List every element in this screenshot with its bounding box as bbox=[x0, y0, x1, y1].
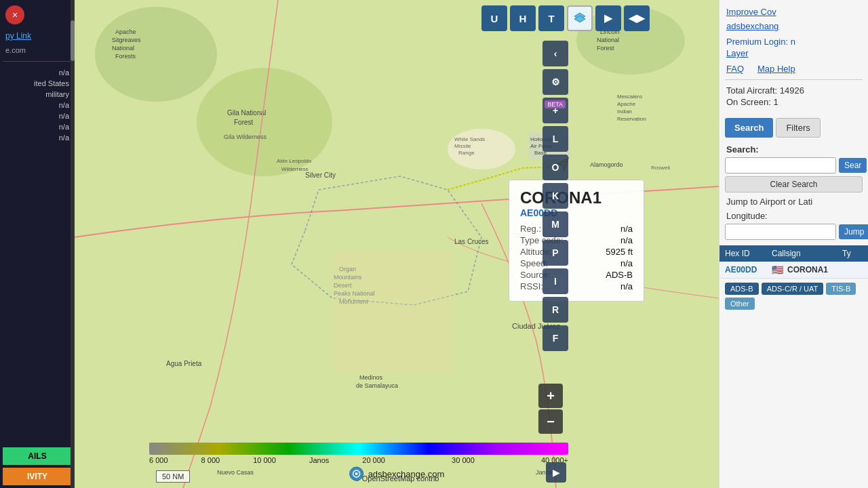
svg-text:Organ: Organ bbox=[339, 266, 356, 272]
svg-text:Monument: Monument bbox=[339, 298, 368, 305]
th-callsign: Callsign bbox=[772, 249, 840, 258]
adsbexchange-link[interactable]: adsbexchang bbox=[719, 20, 868, 35]
jump-input[interactable] bbox=[725, 224, 836, 240]
popup-hex: AE00DD bbox=[520, 207, 633, 218]
type-value: n/a bbox=[620, 235, 633, 245]
aircraft-popup: CORONA1 AE00DD Reg.: n/a Type code: n/a … bbox=[509, 180, 644, 302]
svg-text:Range: Range bbox=[458, 150, 475, 156]
svg-text:Medinos: Medinos bbox=[359, 374, 383, 381]
details-button[interactable]: AILS bbox=[3, 447, 72, 465]
search-section-label: Search: bbox=[719, 142, 868, 156]
copy-link[interactable]: py Link bbox=[0, 27, 75, 45]
popup-row-rssi: RSSI: n/a bbox=[520, 281, 633, 291]
filter-other[interactable]: Other bbox=[725, 298, 755, 310]
map-nav-button[interactable]: ▶ bbox=[546, 462, 566, 483]
btn-t[interactable]: T bbox=[538, 5, 564, 31]
svg-text:White Sands: White Sands bbox=[454, 136, 485, 142]
map-area[interactable]: Apache Sitgreaves National Forests Gila … bbox=[75, 0, 719, 488]
svg-text:Silver City: Silver City bbox=[305, 171, 336, 179]
filter-adsc[interactable]: ADS-C/R / UAT bbox=[762, 283, 824, 295]
altitude-value: 5925 ft bbox=[606, 247, 633, 257]
svg-text:Gila Wilderness: Gila Wilderness bbox=[224, 134, 267, 140]
altitude-color-bar: 6 000 8 000 10 000 Janos 20 000 30 000 4… bbox=[149, 443, 568, 464]
action-buttons: Search Filters bbox=[719, 114, 868, 142]
btn-i[interactable]: I bbox=[542, 268, 568, 294]
clear-search-button[interactable]: Clear Search bbox=[725, 176, 863, 192]
filter-tags: ADS-B ADS-C/R / UAT TIS-B Other bbox=[719, 279, 868, 314]
layers-button[interactable] bbox=[567, 5, 593, 31]
top-toolbar: U H T ▶ ◀▶ bbox=[481, 5, 650, 31]
color-bar-labels: 6 000 8 000 10 000 Janos 20 000 30 000 4… bbox=[149, 456, 568, 464]
close-button[interactable]: × bbox=[5, 5, 24, 24]
faq-link[interactable]: FAQ bbox=[726, 64, 744, 74]
label-20000: 20 000 bbox=[362, 456, 385, 464]
country-label: ited States bbox=[34, 79, 69, 87]
filters-tab-button[interactable]: Filters bbox=[776, 118, 820, 138]
layers-icon bbox=[573, 12, 587, 25]
svg-text:Apache: Apache bbox=[115, 28, 136, 35]
on-screen-value: 1 bbox=[773, 97, 778, 107]
btn-k[interactable]: K bbox=[542, 183, 568, 209]
total-aircraft-row: Total Aircraft: 14926 bbox=[726, 85, 861, 96]
search-action-button[interactable]: Sear bbox=[839, 158, 867, 173]
sidebar-field-country: ited States bbox=[0, 78, 75, 89]
rssi-label: RSSI: bbox=[520, 281, 543, 291]
filter-adsb[interactable]: ADS-B bbox=[725, 283, 759, 295]
sidebar-divider bbox=[3, 61, 72, 62]
layer-link[interactable]: Layer bbox=[719, 48, 868, 61]
label-10000: 10 000 bbox=[253, 456, 276, 464]
btn-o[interactable]: O bbox=[542, 155, 568, 180]
prevnext-button[interactable]: ◀▶ bbox=[624, 5, 650, 31]
zoom-out-button[interactable]: − bbox=[538, 409, 563, 434]
sidebar-url: e.com bbox=[0, 45, 75, 56]
improve-coverage-link[interactable]: Improve Cov bbox=[719, 0, 868, 20]
left-sidebar: × py Link e.com n/a ited States military… bbox=[0, 0, 75, 488]
btn-m[interactable]: M bbox=[542, 211, 568, 237]
svg-text:Mountains: Mountains bbox=[334, 274, 362, 281]
btn-h[interactable]: H bbox=[510, 5, 536, 31]
btn-r[interactable]: R bbox=[542, 297, 568, 323]
search-input[interactable] bbox=[725, 157, 836, 174]
btn-f[interactable]: F bbox=[542, 325, 568, 351]
filter-tisb[interactable]: TIS-B bbox=[826, 283, 856, 295]
map-help-link[interactable]: Map Help bbox=[757, 64, 795, 74]
search-tab-button[interactable]: Search bbox=[725, 118, 773, 138]
label-janos: Janos bbox=[309, 456, 329, 464]
svg-text:de Samalayuca: de Samalayuca bbox=[356, 382, 398, 389]
jump-action-button[interactable]: Jump bbox=[839, 224, 868, 239]
jump-input-row: Jump bbox=[719, 222, 868, 241]
map-nav-right: ▶ bbox=[546, 462, 566, 483]
close-icon: × bbox=[12, 9, 18, 20]
table-row[interactable]: AE00DD 🇺🇸 CORONA1 bbox=[719, 262, 868, 279]
popup-row-reg: Reg.: n/a bbox=[520, 224, 633, 234]
table-header: Hex ID Callsign Ty bbox=[719, 245, 868, 262]
popup-row-speed: Speed: n/a bbox=[520, 258, 633, 268]
speed-value: n/a bbox=[620, 258, 633, 268]
category-value: military bbox=[45, 90, 69, 98]
sidebar-field-5: n/a bbox=[0, 110, 75, 121]
label-30000: 30 000 bbox=[452, 456, 475, 464]
sidebar-field-reg: n/a bbox=[0, 67, 75, 78]
settings-button[interactable]: ⚙ bbox=[542, 69, 568, 95]
flag-icon: 🇺🇸 bbox=[772, 264, 783, 275]
svg-text:Desert: Desert bbox=[334, 282, 352, 289]
activity-button[interactable]: IVITY bbox=[3, 468, 72, 485]
popup-row-altitude: Altitude: 5925 ft bbox=[520, 247, 633, 257]
svg-text:Indian: Indian bbox=[617, 108, 632, 115]
brand-attribution: adsbexchange.com bbox=[349, 466, 445, 481]
premium-login-link[interactable]: Premium Login: n bbox=[719, 35, 868, 48]
btn-l[interactable]: L bbox=[542, 126, 568, 152]
svg-text:Wilderness: Wilderness bbox=[281, 166, 309, 172]
collapse-panel-button[interactable]: ‹ bbox=[542, 41, 568, 66]
svg-point-13 bbox=[448, 129, 515, 169]
brand-logo-icon bbox=[349, 466, 364, 481]
next-button[interactable]: ▶ bbox=[595, 5, 621, 31]
zoom-in-button[interactable]: + bbox=[538, 384, 563, 408]
svg-text:Roswell: Roswell bbox=[651, 165, 670, 171]
btn-u[interactable]: U bbox=[481, 5, 507, 31]
btn-p[interactable]: P bbox=[542, 240, 568, 266]
jump-section-label: Jump to Airport or Lati bbox=[719, 194, 868, 208]
th-type: Ty bbox=[842, 249, 863, 258]
field-value: n/a bbox=[59, 68, 69, 77]
svg-text:Gila National: Gila National bbox=[227, 109, 266, 117]
